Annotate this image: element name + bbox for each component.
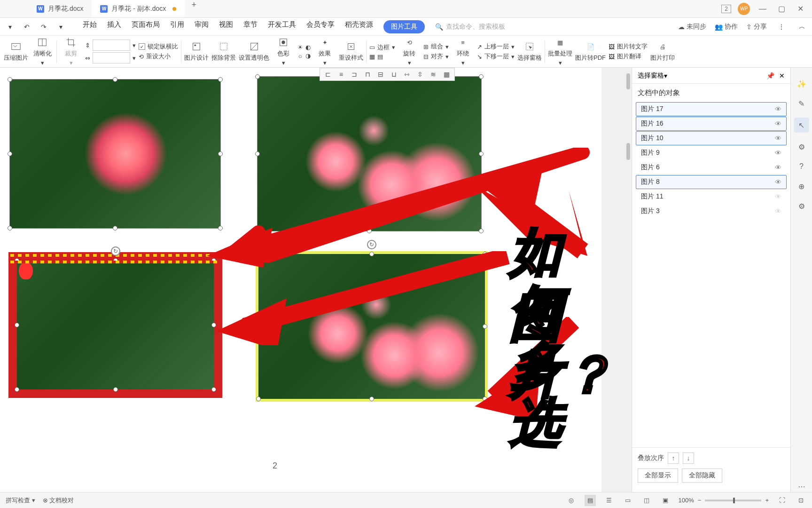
user-avatar[interactable]: WP	[738, 3, 750, 15]
more-icon[interactable]: ⋯	[796, 481, 807, 492]
menu-review[interactable]: 审阅	[195, 20, 209, 33]
vertical-scrollbar[interactable]	[625, 68, 632, 492]
pin-icon[interactable]: 📌	[766, 72, 774, 79]
visibility-toggle-icon[interactable]: 👁	[775, 105, 781, 113]
batch-button[interactable]: ▦批量处理▾	[548, 37, 572, 66]
width-input[interactable]	[93, 52, 130, 64]
dropdown-icon[interactable]: ▾	[55, 21, 67, 33]
visibility-toggle-icon[interactable]: 👁	[775, 120, 781, 127]
object-list-item[interactable]: 图片 8👁	[636, 175, 787, 189]
save-icon[interactable]: ▾	[4, 21, 16, 33]
selected-image-1[interactable]	[9, 79, 221, 229]
pic-design-button[interactable]: 图片设计	[184, 41, 209, 62]
help-icon[interactable]: ?	[796, 161, 807, 172]
close-button[interactable]: ✕	[794, 3, 806, 15]
object-list-item[interactable]: 图片 3👁	[636, 204, 787, 218]
down-layer-button[interactable]: ↘ 下移一层▾	[477, 52, 515, 61]
distribute-h-icon[interactable]: ⇿	[401, 69, 413, 80]
undo-icon[interactable]: ↶	[21, 21, 33, 33]
move-down-button[interactable]: ↓	[683, 452, 694, 464]
selected-image-2[interactable]	[257, 76, 482, 231]
object-list-item[interactable]: 图片 9👁	[636, 146, 787, 160]
share-button[interactable]: ⇧ 分享	[746, 23, 767, 31]
tab-doc1[interactable]: W 月季花.docx	[28, 0, 92, 17]
brightness-icon[interactable]: ☀	[297, 44, 303, 51]
combine-button[interactable]: ⊞ 组合▾	[423, 42, 449, 51]
menu-resources[interactable]: 稻壳资源	[345, 20, 373, 33]
close-panel-icon[interactable]: ✕	[779, 72, 785, 79]
menu-devtools[interactable]: 开发工具	[268, 20, 296, 33]
brightness-down-icon[interactable]: ☼	[297, 52, 303, 59]
object-list-item[interactable]: 图片 17👁	[636, 102, 787, 116]
document-canvas[interactable]: ⊏ ≡ ⊐ ⊓ ⊟ ⊔ ⇿ ⇳ ≋ ▦	[0, 68, 632, 492]
collab-button[interactable]: 👥 协作	[715, 23, 738, 31]
rotate-button[interactable]: ⟲旋转▾	[398, 37, 421, 66]
distribute-v-icon[interactable]: ⇳	[414, 69, 426, 80]
new-tab-button[interactable]: +	[185, 0, 203, 17]
border-button[interactable]: ▭ 边框▾	[369, 43, 395, 52]
show-all-button[interactable]: 全部显示	[638, 468, 678, 483]
visibility-toggle-icon[interactable]: 👁	[775, 135, 781, 142]
collapse-ribbon-icon[interactable]: ︿	[796, 21, 808, 33]
contrast-down-icon[interactable]: ◑	[305, 52, 311, 59]
crop-button[interactable]: 裁剪▾	[60, 37, 82, 66]
menu-reference[interactable]: 引用	[170, 20, 184, 33]
align-right-icon[interactable]: ⊐	[348, 69, 360, 80]
reset-size-button[interactable]: ⟲重设大小	[139, 52, 178, 61]
effect-button[interactable]: ✦效果▾	[313, 37, 336, 66]
to-text-button[interactable]: 🖼 图片转文字	[609, 42, 648, 51]
selected-image-3[interactable]	[8, 252, 222, 398]
remove-bg-button[interactable]: 抠除背景	[211, 41, 236, 62]
color-button[interactable]: 色彩▾	[272, 37, 295, 66]
selection-pane-button[interactable]: 选择窗格	[517, 41, 542, 62]
wrap-button[interactable]: ≡环绕▾	[452, 37, 474, 66]
zoom-slider[interactable]	[705, 500, 761, 501]
draft-icon[interactable]: ▣	[660, 495, 671, 506]
hide-all-button[interactable]: 全部隐藏	[682, 468, 722, 483]
menu-chapter[interactable]: 章节	[243, 20, 258, 33]
align-center-icon[interactable]: ≡	[335, 69, 347, 80]
more-icon[interactable]: ⋮	[775, 21, 788, 33]
redo-icon[interactable]: ↷	[38, 21, 50, 33]
focus-mode-icon[interactable]: ◎	[566, 495, 577, 506]
set-transparent-button[interactable]: 设置透明色	[239, 41, 269, 62]
zoom-out-icon[interactable]: −	[698, 497, 702, 504]
compress-image-button[interactable]: 压缩图片	[4, 41, 28, 62]
equal-size-icon[interactable]: ≋	[427, 69, 439, 80]
proofread[interactable]: ⊗ 文档校对	[43, 496, 74, 505]
cursor-icon[interactable]: ↖	[794, 118, 809, 133]
visibility-toggle-icon[interactable]: 👁	[775, 193, 781, 200]
clarity-button[interactable]: 清晰化▾	[31, 37, 54, 66]
visibility-toggle-icon[interactable]: 👁	[775, 149, 781, 157]
selected-image-4[interactable]	[256, 251, 488, 402]
settings-icon[interactable]: ⚙	[796, 141, 807, 152]
tab-doc2[interactable]: W 月季花 - 副本.docx	[92, 0, 185, 17]
command-search[interactable]: 🔍 查找命令、搜索模板	[435, 23, 505, 31]
print-layout-icon[interactable]: ▤	[585, 495, 596, 506]
notification-badge[interactable]: 2	[721, 5, 731, 13]
visibility-toggle-icon[interactable]: 👁	[775, 178, 781, 186]
up-layer-button[interactable]: ↗ 上移一层▾	[477, 42, 515, 51]
minimize-button[interactable]: —	[757, 3, 769, 15]
web-layout-icon[interactable]: ◫	[641, 495, 652, 506]
reflection-icon[interactable]: ▤	[377, 53, 383, 60]
height-input[interactable]	[93, 40, 130, 51]
sync-status[interactable]: ☁ 未同步	[678, 23, 706, 31]
zoom-in-icon[interactable]: +	[765, 497, 769, 504]
menu-start[interactable]: 开始	[83, 20, 97, 33]
visibility-toggle-icon[interactable]: 👁	[775, 164, 781, 171]
reset-style-button[interactable]: 重设样式	[339, 41, 363, 62]
object-list-item[interactable]: 图片 16👁	[636, 117, 787, 131]
print-button[interactable]: 🖨图片打印	[650, 41, 675, 62]
spell-check[interactable]: 拼写检查 ▾	[6, 496, 35, 505]
menu-view[interactable]: 视图	[219, 20, 233, 33]
object-list-item[interactable]: 图片 6👁	[636, 160, 787, 175]
fit-icon[interactable]: ⊡	[795, 495, 806, 506]
menu-picture-tools[interactable]: 图片工具	[383, 20, 425, 33]
lock-ratio-checkbox[interactable]: ✓锁定纵横比	[139, 42, 178, 51]
shadow-icon[interactable]: ▦	[369, 53, 375, 60]
outline-icon[interactable]: ☰	[603, 495, 615, 506]
align-top-icon[interactable]: ⊓	[361, 69, 374, 80]
share-icon[interactable]: ⊕	[796, 181, 807, 192]
fullscreen-icon[interactable]: ⛶	[776, 495, 788, 506]
